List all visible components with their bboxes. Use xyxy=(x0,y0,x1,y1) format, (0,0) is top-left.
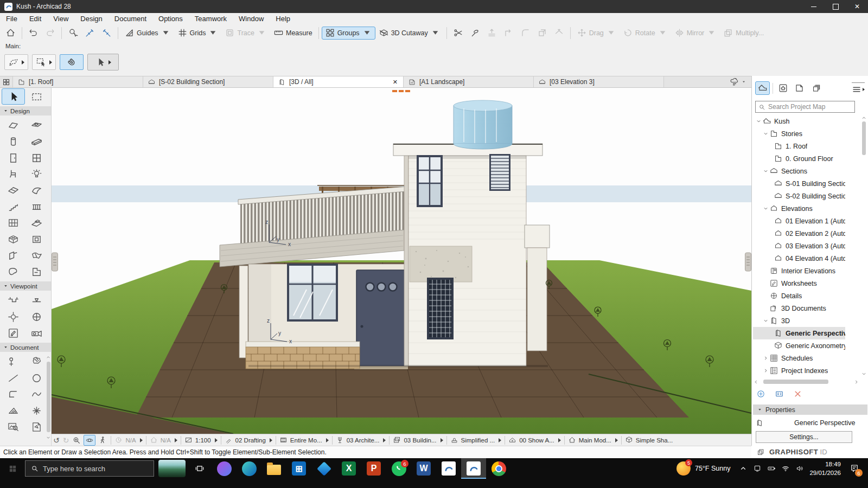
menu-edit[interactable]: Edit xyxy=(23,13,47,24)
navigator-menu-button[interactable] xyxy=(852,82,865,94)
tool-elevation[interactable] xyxy=(25,292,48,309)
taskbar-app-archicad[interactable] xyxy=(436,458,461,479)
settings-button[interactable]: Settings... xyxy=(756,431,852,443)
tree-item-project-indexes[interactable]: Project Indexes xyxy=(753,364,845,377)
tool-zone[interactable] xyxy=(25,264,48,280)
3d-cutaway-button[interactable]: 3D Cutaway xyxy=(375,27,444,40)
tree-item-kush[interactable]: Kush xyxy=(753,115,845,127)
tab-3d-all[interactable]: [3D / All]✕ xyxy=(273,76,404,87)
3d-styles-icon[interactable] xyxy=(730,77,739,87)
tool-spline[interactable] xyxy=(25,386,48,402)
chevron-down-icon[interactable] xyxy=(742,80,746,84)
tool-freeform[interactable] xyxy=(2,264,25,280)
publisher-sets-button[interactable] xyxy=(808,81,823,95)
tab-1-roof[interactable]: [1. Roof] xyxy=(13,76,143,87)
layout-book-button[interactable] xyxy=(792,81,807,95)
search-highlight-image[interactable] xyxy=(158,460,186,477)
tool-beam[interactable] xyxy=(25,133,48,150)
start-button[interactable] xyxy=(0,458,25,479)
settings-card-icon[interactable] xyxy=(775,389,784,399)
menu-design[interactable]: Design xyxy=(74,13,108,24)
tool-worksheet[interactable] xyxy=(2,325,25,341)
taskbar-app-powerpoint[interactable]: P xyxy=(361,458,386,479)
tool-window[interactable] xyxy=(25,150,48,166)
quick-option-02-drafting[interactable]: 02 Drafting xyxy=(224,436,273,444)
properties-section-header[interactable]: Properties xyxy=(753,404,867,415)
chevron-down-icon[interactable] xyxy=(763,168,769,174)
tree-item-s-02-building-sectio[interactable]: S-02 Building Sectio xyxy=(753,190,845,202)
quick-option-entire-mo[interactable]: Entire Mo... xyxy=(278,436,330,444)
arrow-button[interactable] xyxy=(87,54,119,70)
tool-skylight[interactable] xyxy=(25,215,48,231)
tree-item-interior-elevations[interactable]: Interior Elevations xyxy=(753,265,845,277)
tablet-mode-icon[interactable] xyxy=(753,464,762,473)
tree-item-elevations[interactable]: Elevations xyxy=(753,202,845,215)
tool-morph[interactable] xyxy=(25,247,48,264)
tool-figure[interactable] xyxy=(2,419,25,435)
tool-mesh[interactable] xyxy=(2,231,25,247)
tree-item-worksheets[interactable]: Worksheets xyxy=(753,277,845,290)
graphisoft-id-row[interactable]: GRAPHISOFT ID xyxy=(751,446,868,458)
magnet-button[interactable] xyxy=(60,54,84,70)
weather-widget[interactable]: 5 75°F Sunny xyxy=(673,461,733,476)
tool-curtain-wall[interactable] xyxy=(2,215,25,231)
maximize-button[interactable] xyxy=(825,0,846,13)
taskbar-app-whatsapp[interactable]: 6 xyxy=(386,458,411,479)
toolbox-section-design[interactable]: Design xyxy=(0,106,51,115)
measure-button[interactable]: Measure xyxy=(270,27,316,40)
quick-option-simplified[interactable]: Simplified ... xyxy=(449,436,503,444)
add-viewpoint-icon[interactable] xyxy=(756,389,765,399)
tool-roof[interactable] xyxy=(2,182,25,198)
tool-arrow[interactable] xyxy=(2,88,25,105)
tool-railing[interactable] xyxy=(25,198,48,215)
hidden-icons-chevron-icon[interactable] xyxy=(739,464,748,473)
tree-item-3d[interactable]: 3D xyxy=(753,314,845,327)
tool-dimension[interactable] xyxy=(2,354,25,370)
tool-slab[interactable] xyxy=(25,117,48,133)
project-map-button[interactable] xyxy=(755,81,770,95)
chevron-right-icon[interactable] xyxy=(763,355,769,361)
inject-parameters-button[interactable] xyxy=(98,27,115,40)
tool-section[interactable] xyxy=(2,292,25,309)
view-map-button[interactable] xyxy=(776,81,790,95)
menu-window[interactable]: Window xyxy=(233,13,270,24)
tree-item-stories[interactable]: Stories xyxy=(753,127,845,140)
scroll-down-icon[interactable] xyxy=(861,371,867,377)
tab-close-icon[interactable]: ✕ xyxy=(392,79,399,86)
tree-item-generic-axonometry[interactable]: Generic Axonometry xyxy=(753,339,845,352)
clock[interactable]: 18:49 29/01/2026 xyxy=(809,460,841,477)
quick-option-00-show-a[interactable]: 00 Show A... xyxy=(507,436,562,444)
minimize-button[interactable] xyxy=(803,0,825,13)
menu-help[interactable]: Help xyxy=(270,13,296,24)
find-select-button[interactable] xyxy=(65,27,81,40)
taskbar-search-input[interactable]: Type here to search xyxy=(25,460,154,477)
toolbox-scroll-up-icon[interactable] xyxy=(46,355,51,360)
tool-fill[interactable] xyxy=(25,354,48,370)
delete-icon[interactable] xyxy=(793,389,802,399)
toolbox-scrollbar[interactable] xyxy=(47,362,50,432)
3d-viewport[interactable]: z y x z y x xyxy=(52,88,751,434)
menu-options[interactable]: Options xyxy=(152,13,189,24)
tool-object[interactable] xyxy=(2,166,25,182)
tab-s-02-building-section[interactable]: [S-02 Building Section] xyxy=(143,76,273,87)
taskbar-app-edge[interactable] xyxy=(237,458,261,479)
tree-vertical-scrollbar[interactable] xyxy=(861,115,867,377)
taskbar-app-store[interactable]: ⊞ xyxy=(286,458,311,479)
chevron-down-icon[interactable] xyxy=(763,318,769,324)
tool-3d-origin[interactable] xyxy=(2,309,25,325)
tool-hatch[interactable] xyxy=(2,402,25,419)
tree-item-1-roof[interactable]: 1. Roof xyxy=(753,140,845,152)
quick-option-n-a[interactable]: N/A xyxy=(149,436,178,444)
guides-button[interactable]: Guides xyxy=(121,27,174,40)
tool-marquee[interactable] xyxy=(25,88,48,105)
taskbar-app-word[interactable]: W xyxy=(411,458,436,479)
chevron-down-icon[interactable] xyxy=(763,131,769,137)
taskbar-app-archicad[interactable] xyxy=(461,458,486,479)
tree-horizontal-scrollbar[interactable] xyxy=(753,378,859,386)
view-back-button[interactable]: ↺ xyxy=(53,436,60,444)
toolbox-section-document[interactable]: Document xyxy=(0,343,51,352)
tool-polyline[interactable] xyxy=(2,386,25,402)
scroll-up-icon[interactable] xyxy=(861,115,867,121)
tree-item-3d-documents[interactable]: 3D Documents xyxy=(753,302,845,314)
taskbar-app-excel[interactable]: X xyxy=(336,458,361,479)
